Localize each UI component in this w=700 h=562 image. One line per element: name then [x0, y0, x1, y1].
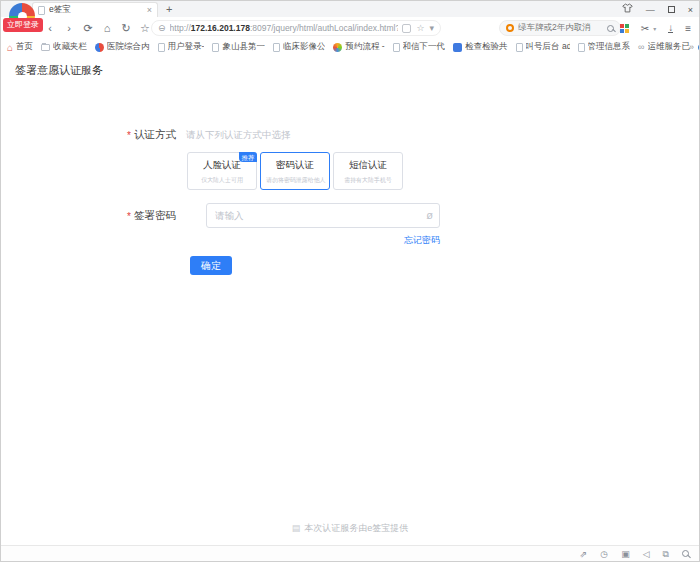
- bookmarks-bar: ⌂首页 收藏夹栏 医院综合内 用户登录- 象山县第一 临床影像公 预约流程 - …: [1, 39, 699, 55]
- page-footer: ▤本次认证服务由e签宝提供: [1, 522, 699, 535]
- page-content: 签署意愿认证服务 * 认证方式 请从下列认证方式中选择 推荐 人脸认证 仅大陆人…: [1, 55, 699, 545]
- bookmark-item-4[interactable]: 用户登录-: [158, 41, 205, 53]
- bookmark-item-9[interactable]: 检查检验共: [453, 41, 508, 53]
- auth-method-options: 推荐 人脸认证 仅大陆人士可用 密码认证 请勿将密码泄露给他人 短信认证 需持有…: [187, 152, 403, 190]
- urlbar-actions: ☆ ▾: [402, 23, 434, 33]
- bookmark-item-13[interactable]: 锐效 - Logi: [698, 41, 699, 53]
- close-button[interactable]: ×: [688, 4, 693, 16]
- password-field-wrap: ø: [206, 203, 440, 228]
- provider-text: 本次认证服务由e签宝提供: [304, 523, 408, 533]
- volume-icon[interactable]: ◁: [643, 549, 650, 559]
- bookmark-item-7[interactable]: 预约流程 -: [333, 41, 384, 53]
- theme-skin-icon[interactable]: [622, 3, 633, 16]
- password-input[interactable]: [206, 203, 440, 228]
- auth-method-row: * 认证方式 请从下列认证方式中选择: [127, 128, 290, 142]
- page-icon: [273, 43, 280, 52]
- status-bar: ⇗ ◷ ▣ ◁ ⧉: [1, 545, 699, 561]
- page-icon: [212, 43, 219, 52]
- bookmark-item-3[interactable]: 医院综合内: [95, 41, 150, 53]
- auth-option-face[interactable]: 推荐 人脸认证 仅大陆人士可用: [187, 152, 257, 190]
- bookmark-item-5[interactable]: 象山县第一: [212, 41, 265, 53]
- auth-option-password[interactable]: 密码认证 请勿将密码泄露给他人: [260, 152, 330, 190]
- nav-buttons: ‹ › ⟳ ⌂ ↻ ☆: [45, 17, 150, 39]
- password-label: 签署密码: [134, 209, 176, 223]
- bookmark-item-2[interactable]: 收藏夹栏: [41, 41, 87, 53]
- tab-close-icon[interactable]: ×: [147, 5, 152, 15]
- window-controls: — ×: [622, 3, 693, 16]
- page-title: 签署意愿认证服务: [1, 55, 699, 84]
- bookmark-star-icon[interactable]: ☆: [416, 23, 424, 33]
- back-icon[interactable]: ‹: [45, 22, 55, 34]
- url-text[interactable]: http://172.16.201.178:8097/jquery/html/a…: [170, 23, 399, 33]
- page-zoom-icon[interactable]: [682, 550, 689, 557]
- forward-icon[interactable]: ›: [64, 22, 74, 34]
- refresh-icon[interactable]: ⟳: [83, 22, 93, 35]
- apps-grid-icon[interactable]: [620, 24, 629, 33]
- screenshot-caret-icon[interactable]: ▾: [653, 25, 656, 32]
- search-icon[interactable]: [607, 25, 614, 32]
- password-label-row: * 签署密码: [127, 209, 176, 223]
- toolbar-right-icons: ✂ ▾ ↓ ≡: [620, 17, 691, 39]
- bookmark-item-10[interactable]: 叫号后台 ad: [516, 41, 570, 53]
- provider-logo-icon: ▤: [292, 523, 301, 533]
- forgot-password-link[interactable]: 忘记密码: [206, 234, 440, 247]
- bookmark-item-8[interactable]: 和信下一代: [393, 41, 446, 53]
- auth-method-hint: 请从下列认证方式中选择: [186, 129, 291, 142]
- home-icon: ⌂: [7, 43, 13, 52]
- folder-icon: [41, 44, 50, 51]
- speed-boost-icon[interactable]: ⇗: [580, 549, 588, 559]
- confirm-button[interactable]: 确定: [190, 256, 232, 275]
- eye-off-icon[interactable]: ø: [426, 209, 433, 221]
- bookmark-item-11[interactable]: 管理信息系: [578, 41, 631, 53]
- address-bar[interactable]: ⊖ http://172.16.201.178:8097/jquery/html…: [151, 20, 441, 36]
- favorites-star-icon[interactable]: ☆: [140, 22, 150, 35]
- browser-toolbar: ‹ › ⟳ ⌂ ↻ ☆ ⊖ http://172.16.201.178:8097…: [1, 17, 699, 39]
- blue-app-icon: [453, 43, 462, 52]
- search-box[interactable]: 绿车牌或2年内取消: [499, 20, 621, 36]
- download-icon[interactable]: ↓: [668, 23, 673, 33]
- tab-title: e签宝: [49, 4, 147, 16]
- minimize-button[interactable]: —: [646, 4, 655, 16]
- site-ring-icon: [95, 43, 104, 52]
- browser-window: 立即登录 e签宝 × + — × ‹ › ⟳ ⌂ ↻ ☆ ⊖ http://17…: [0, 0, 700, 562]
- page-icon: [578, 43, 585, 52]
- login-badge[interactable]: 立即登录: [3, 18, 43, 32]
- globe-icon: [698, 43, 699, 52]
- infinity-icon: ∞: [638, 43, 644, 52]
- url-host: 172.16.201.178: [191, 23, 250, 33]
- required-mark: *: [127, 211, 131, 222]
- browser-tab[interactable]: e签宝 ×: [32, 2, 158, 17]
- recommended-badge: 推荐: [239, 152, 257, 162]
- split-screen-icon[interactable]: ⧉: [663, 549, 669, 559]
- bookmark-item-1[interactable]: ⌂首页: [7, 41, 33, 53]
- search-suggestion[interactable]: 绿车牌或2年内取消: [518, 22, 603, 34]
- required-mark: *: [127, 130, 131, 141]
- page-icon: [158, 43, 165, 52]
- search-engine-icon: [506, 24, 514, 32]
- new-tab-button[interactable]: +: [166, 2, 172, 16]
- tab-bar: 立即登录 e签宝 × + — ×: [1, 1, 699, 17]
- page-favicon-icon: [38, 6, 45, 15]
- bookmarks-overflow-icon[interactable]: »: [689, 42, 694, 52]
- home-icon[interactable]: ⌂: [102, 22, 112, 34]
- site-info-icon[interactable]: ⊖: [158, 23, 166, 33]
- restore-session-icon[interactable]: ↻: [121, 22, 131, 35]
- url-dropdown-icon[interactable]: ▾: [429, 23, 434, 33]
- bookmark-item-12[interactable]: ∞运维服务已: [638, 41, 690, 53]
- maximize-button[interactable]: [668, 6, 675, 13]
- download-manager-icon[interactable]: ▣: [621, 549, 630, 559]
- network-speed-icon[interactable]: ◷: [600, 549, 608, 559]
- auth-method-label: 认证方式: [134, 128, 176, 142]
- page-icon: [516, 43, 523, 52]
- page-icon: [393, 43, 400, 52]
- menu-icon[interactable]: ≡: [685, 23, 691, 34]
- auth-option-sms[interactable]: 短信认证 需持有大陆手机号: [333, 152, 403, 190]
- screenshot-scissors-icon[interactable]: ✂: [641, 23, 649, 34]
- bookmark-item-6[interactable]: 临床影像公: [273, 41, 326, 53]
- speed-mode-icon[interactable]: [402, 24, 411, 33]
- colorful-ring-icon: [333, 43, 342, 52]
